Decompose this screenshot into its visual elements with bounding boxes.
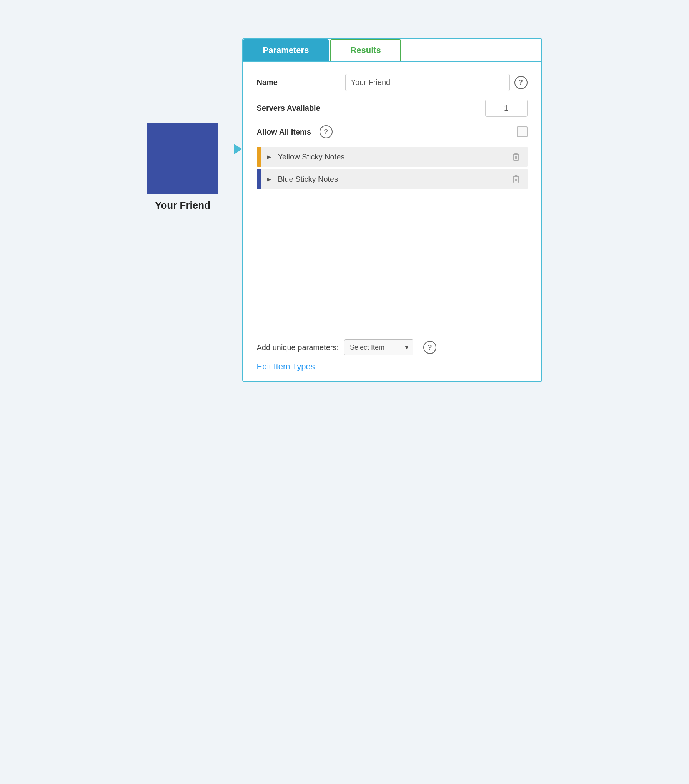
add-unique-label: Add unique parameters: <box>257 343 339 352</box>
panel: Parameters Results Name ? Servers Availa… <box>242 38 542 382</box>
arrow-connector <box>218 144 242 154</box>
edit-item-types-link[interactable]: Edit Item Types <box>257 362 315 371</box>
servers-row: Servers Available <box>257 100 528 117</box>
item-delete-blue[interactable] <box>508 171 524 187</box>
select-item-dropdown[interactable]: Select Item <box>344 339 413 355</box>
name-label: Name <box>257 78 345 87</box>
allow-label: Allow All Items ? <box>257 125 517 138</box>
panel-footer: Add unique parameters: Select Item ▼ ? E… <box>243 330 541 381</box>
item-row: ▶ Blue Sticky Notes <box>257 169 528 189</box>
allow-all-items-checkbox[interactable] <box>517 126 528 137</box>
item-name-blue: Blue Sticky Notes <box>274 169 508 189</box>
tabs: Parameters Results <box>243 39 541 61</box>
arrow-chevron <box>234 144 242 154</box>
items-list: ▶ Yellow Sticky Notes ▶ <box>257 147 528 189</box>
panel-body: Name ? Servers Available Allow All Items… <box>243 61 541 330</box>
trash-icon-yellow <box>511 152 521 161</box>
arrow-line <box>218 149 234 149</box>
servers-input[interactable] <box>485 100 528 117</box>
tab-parameters[interactable]: Parameters <box>243 39 329 61</box>
page-container: Your Friend Parameters Results Name ? Se… <box>147 38 542 382</box>
node-label: Your Friend <box>155 199 210 211</box>
name-help-icon[interactable]: ? <box>514 76 528 89</box>
tab-results[interactable]: Results <box>330 39 401 61</box>
item-expand-yellow[interactable]: ▶ <box>267 154 271 160</box>
content-spacer <box>257 195 528 318</box>
footer-help-icon[interactable]: ? <box>423 341 436 354</box>
node-box <box>147 123 218 194</box>
name-row: Name ? <box>257 74 528 91</box>
edit-link-row: Edit Item Types <box>257 362 528 372</box>
item-expand-blue[interactable]: ▶ <box>267 176 271 182</box>
item-color-bar-blue <box>257 169 261 189</box>
allow-help-icon[interactable]: ? <box>320 125 333 138</box>
allow-row: Allow All Items ? <box>257 125 528 138</box>
node-container: Your Friend <box>147 123 218 211</box>
item-color-bar-yellow <box>257 147 261 167</box>
name-input[interactable] <box>345 74 510 91</box>
footer-add-row: Add unique parameters: Select Item ▼ ? <box>257 339 528 355</box>
item-name-yellow: Yellow Sticky Notes <box>274 147 508 167</box>
item-delete-yellow[interactable] <box>508 149 524 164</box>
servers-label: Servers Available <box>257 104 485 113</box>
trash-icon-blue <box>511 174 521 184</box>
select-item-wrapper: Select Item ▼ <box>344 339 413 355</box>
item-row: ▶ Yellow Sticky Notes <box>257 147 528 167</box>
